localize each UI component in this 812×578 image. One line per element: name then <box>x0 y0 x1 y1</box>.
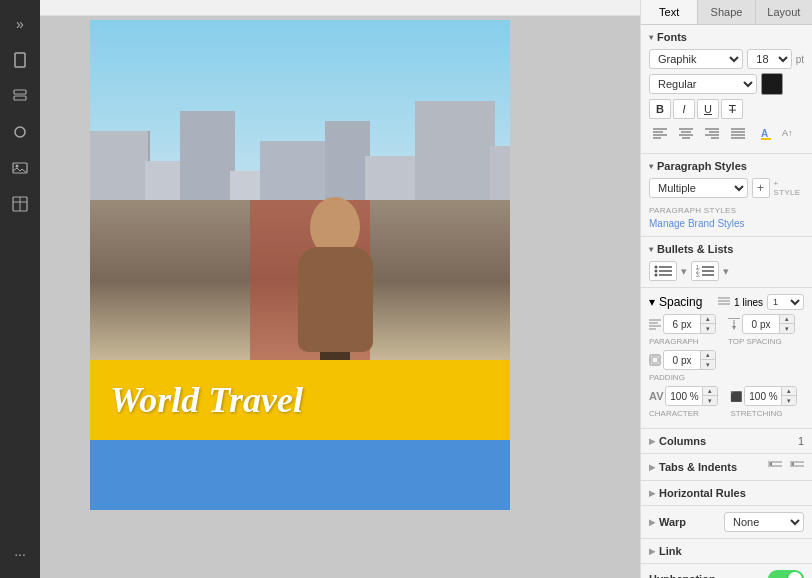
font-size-select[interactable]: 18 <box>747 49 791 69</box>
lines-select[interactable]: 11.52 <box>767 294 804 310</box>
right-panel: Text Shape Layout ▾ Fonts Graphik 18 pt … <box>640 0 812 578</box>
align-color-row: A A↑ <box>649 123 804 143</box>
font-name-row: Graphik 18 pt <box>649 49 804 69</box>
stretching-group: ⬛ ▴ ▾ STRETCHING <box>730 386 797 418</box>
paragraph-spacing-down[interactable]: ▾ <box>701 324 715 333</box>
horizontal-rules-section[interactable]: ▶ Horizontal Rules <box>641 481 812 506</box>
add-style-button[interactable]: + <box>752 178 770 198</box>
format-buttons: B I U T̶ <box>649 99 804 119</box>
padding-input[interactable] <box>664 353 700 368</box>
padding-up[interactable]: ▴ <box>701 351 715 360</box>
baseline-shift-icon[interactable]: A↑ <box>779 124 797 142</box>
svg-text:A: A <box>761 128 768 139</box>
align-right-button[interactable] <box>701 123 723 143</box>
more-icon[interactable]: ··· <box>4 538 36 570</box>
stretching-input[interactable] <box>745 389 781 404</box>
text-color-controls: A A↑ <box>757 124 797 142</box>
warp-section: ▶ Warp None <box>641 506 812 539</box>
character-input[interactable] <box>666 389 702 404</box>
fonts-section: ▾ Fonts Graphik 18 pt Regular B I U T̶ <box>641 25 812 154</box>
svg-marker-57 <box>790 462 794 466</box>
align-left-button[interactable] <box>649 123 671 143</box>
layers-icon[interactable] <box>4 80 36 112</box>
link-triangle: ▶ <box>649 547 655 556</box>
shapes-icon[interactable] <box>4 116 36 148</box>
av-icon: AV <box>649 390 663 402</box>
top-spacing-stepper: ▴ ▾ <box>742 314 795 334</box>
strikethrough-button[interactable]: T̶ <box>721 99 743 119</box>
char-down[interactable]: ▾ <box>703 396 717 405</box>
stretching-label: STRETCHING <box>730 409 797 418</box>
columns-triangle: ▶ <box>649 437 655 446</box>
link-section[interactable]: ▶ Link <box>641 539 812 564</box>
paragraph-styles-label: Paragraph Styles <box>657 160 747 172</box>
warp-label[interactable]: ▶ Warp <box>649 516 686 528</box>
paragraph-styles-header[interactable]: ▾ Paragraph Styles <box>649 160 804 172</box>
spacing-toggle[interactable]: ▾ Spacing <box>649 295 702 309</box>
top-spacing-up[interactable]: ▴ <box>780 315 794 324</box>
bold-button[interactable]: B <box>649 99 671 119</box>
collapse-icon[interactable]: » <box>4 8 36 40</box>
tab-layout[interactable]: Layout <box>756 0 812 24</box>
yellow-bar: World Travel <box>90 360 510 440</box>
spacing-header: ▾ Spacing 1 lines 11.52 <box>649 294 804 310</box>
align-justify-button[interactable] <box>727 123 749 143</box>
top-spacing-input[interactable] <box>743 317 779 332</box>
page-icon[interactable] <box>4 44 36 76</box>
columns-section[interactable]: ▶ Columns 1 <box>641 429 812 454</box>
stretch-down[interactable]: ▾ <box>782 396 796 405</box>
paragraph-style-select[interactable]: Multiple <box>649 178 748 198</box>
link-label: ▶ Link <box>649 545 682 557</box>
svg-text:A↑: A↑ <box>782 128 793 138</box>
fonts-header[interactable]: ▾ Fonts <box>649 31 804 43</box>
font-style-row: Regular <box>649 73 804 95</box>
table-icon[interactable] <box>4 188 36 220</box>
paragraph-top-row: ▴ ▾ PARAGRAPH <box>649 314 804 346</box>
font-style-select[interactable]: Regular <box>649 74 757 94</box>
manage-styles-link[interactable]: Manage Brand Styles <box>649 216 804 230</box>
underline-button[interactable]: U <box>697 99 719 119</box>
spacing-label: Spacing <box>659 295 702 309</box>
paragraph-spacing-up[interactable]: ▴ <box>701 315 715 324</box>
para-styles-sublabel: PARAGRAPH STYLES <box>649 202 804 216</box>
tabs-icons <box>768 460 804 474</box>
font-color-swatch[interactable] <box>761 73 783 95</box>
top-spacing-label: TOP SPACING <box>728 337 795 346</box>
svg-rect-26 <box>761 138 771 140</box>
align-center-button[interactable] <box>675 123 697 143</box>
top-spacing-down[interactable]: ▾ <box>780 324 794 333</box>
style-label: + STYLE <box>774 179 804 197</box>
paragraph-styles-section: ▾ Paragraph Styles Multiple + + STYLE PA… <box>641 154 812 237</box>
bullets-label: Bullets & Lists <box>657 243 733 255</box>
lines-control: 1 lines 11.52 <box>718 294 804 310</box>
bullets-header[interactable]: ▾ Bullets & Lists <box>649 243 804 255</box>
paragraph-spacing-group: ▴ ▾ PARAGRAPH <box>649 314 716 346</box>
image-icon[interactable] <box>4 152 36 184</box>
warp-select[interactable]: None <box>724 512 804 532</box>
svg-point-32 <box>655 274 658 277</box>
hyphenation-toggle[interactable] <box>768 570 804 578</box>
top-spacing-icon <box>728 318 740 330</box>
tabs-indents-label: ▶ Tabs & Indents <box>649 461 737 473</box>
tabs-indents-section[interactable]: ▶ Tabs & Indents <box>641 454 812 481</box>
blue-bottom-bar <box>90 440 510 510</box>
paragraph-spacing-input[interactable] <box>664 317 700 332</box>
ordered-list-button[interactable]: 1.2.3. <box>691 261 719 281</box>
tab-shape[interactable]: Shape <box>698 0 755 24</box>
stretch-up[interactable]: ▴ <box>782 387 796 396</box>
char-up[interactable]: ▴ <box>703 387 717 396</box>
character-stepper: ▴ ▾ <box>665 386 718 406</box>
canvas-area: World Travel <box>40 0 640 578</box>
font-family-select[interactable]: Graphik <box>649 49 743 69</box>
top-toolbar <box>40 0 640 16</box>
tab-text[interactable]: Text <box>641 0 698 24</box>
tab-bar: Text Shape Layout <box>641 0 812 25</box>
padding-group: ▴ ▾ PADDING <box>649 350 804 382</box>
svg-point-28 <box>655 266 658 269</box>
padding-down[interactable]: ▾ <box>701 360 715 369</box>
top-stepper-arrows: ▴ ▾ <box>779 315 794 333</box>
padding-stepper: ▴ ▾ <box>663 350 716 370</box>
italic-button[interactable]: I <box>673 99 695 119</box>
unordered-list-button[interactable] <box>649 261 677 281</box>
text-color-picker[interactable]: A <box>757 124 775 142</box>
